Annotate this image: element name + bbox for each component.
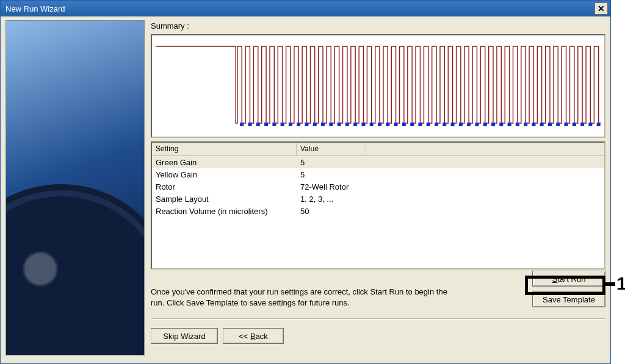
svg-rect-36 [532, 123, 535, 126]
close-icon: ✕ [598, 4, 605, 13]
col-header-spacer [366, 143, 604, 155]
svg-rect-42 [580, 123, 584, 126]
svg-rect-37 [540, 123, 544, 126]
svg-rect-0 [240, 123, 244, 126]
skip-wizard-label: Skip Wizard [163, 332, 205, 341]
svg-rect-26 [451, 123, 455, 126]
svg-rect-38 [548, 123, 552, 126]
table-header-row: Setting Value [152, 143, 604, 156]
svg-rect-24 [435, 123, 438, 126]
svg-rect-8 [305, 123, 308, 126]
cell-setting: Rotor [152, 182, 297, 191]
back-button[interactable]: << Back [223, 328, 284, 344]
divider [151, 318, 605, 319]
svg-rect-33 [508, 123, 511, 126]
window-body: Summary : Setting Value Green Gain5Yello… [1, 16, 610, 363]
svg-rect-11 [329, 123, 333, 126]
window-title: New Run Wizard [5, 4, 594, 13]
cell-value: 72-Well Rotor [297, 182, 604, 191]
svg-rect-35 [524, 123, 527, 126]
svg-rect-4 [272, 123, 276, 126]
table-row[interactable]: Reaction Volume (in microliters)50 [152, 205, 604, 217]
svg-rect-44 [597, 123, 601, 126]
save-template-label: Save Template [543, 295, 595, 304]
back-label: << Back [239, 332, 268, 341]
save-template-button[interactable]: Save Template [532, 291, 605, 307]
start-run-button[interactable]: Start Run [532, 271, 605, 287]
start-run-mnemonic: S [552, 274, 558, 284]
svg-rect-1 [248, 123, 252, 126]
svg-rect-41 [573, 123, 576, 126]
svg-rect-17 [378, 123, 381, 126]
cell-setting: Yellow Gain [152, 170, 297, 179]
svg-rect-15 [361, 123, 365, 126]
svg-rect-18 [386, 123, 389, 126]
svg-rect-10 [321, 123, 325, 126]
svg-rect-12 [338, 123, 341, 126]
annotation-dash [605, 282, 615, 286]
cell-value: 5 [297, 158, 604, 167]
svg-rect-21 [410, 123, 414, 126]
svg-rect-6 [289, 123, 292, 126]
wizard-window: New Run Wizard ✕ Summary : Setting Value… [0, 0, 611, 364]
svg-rect-39 [556, 123, 560, 126]
cell-value: 5 [297, 170, 604, 179]
cell-setting: Green Gain [152, 158, 297, 167]
svg-rect-32 [499, 123, 503, 126]
table-body: Green Gain5Yellow Gain5Rotor72-Well Roto… [152, 156, 604, 268]
svg-rect-20 [402, 123, 406, 126]
col-header-value[interactable]: Value [297, 143, 366, 155]
svg-rect-19 [394, 123, 398, 126]
svg-rect-22 [418, 123, 422, 126]
instruction-text: Once you've confirmed that your run sett… [151, 287, 456, 308]
svg-rect-43 [588, 123, 592, 126]
svg-rect-27 [459, 123, 463, 126]
svg-rect-34 [516, 123, 519, 126]
annotation-number: 1 [616, 273, 625, 294]
svg-rect-5 [281, 123, 284, 126]
svg-rect-40 [565, 123, 568, 126]
svg-rect-3 [264, 123, 268, 126]
profile-chart-panel [151, 34, 605, 138]
svg-rect-30 [483, 123, 487, 126]
wizard-sidebar-image [5, 20, 145, 355]
skip-wizard-button[interactable]: Skip Wizard [151, 328, 218, 344]
main-panel: Summary : Setting Value Green Gain5Yello… [151, 20, 605, 359]
start-run-label-rest: tart Run [557, 274, 585, 284]
svg-rect-29 [475, 123, 479, 126]
cell-setting: Sample Layout [152, 194, 297, 204]
svg-rect-28 [467, 123, 471, 126]
titlebar: New Run Wizard ✕ [1, 1, 610, 16]
table-row[interactable]: Green Gain5 [152, 156, 604, 168]
cell-setting: Reaction Volume (in microliters) [152, 207, 297, 216]
svg-rect-31 [491, 123, 495, 126]
cell-value: 1, 2, 3, ... [297, 194, 604, 204]
svg-rect-25 [443, 123, 446, 126]
settings-table: Setting Value Green Gain5Yellow Gain5Rot… [151, 141, 605, 269]
svg-rect-16 [370, 123, 374, 126]
table-row[interactable]: Rotor72-Well Rotor [152, 180, 604, 193]
svg-rect-13 [345, 123, 349, 126]
cell-value: 50 [297, 207, 604, 216]
table-row[interactable]: Yellow Gain5 [152, 168, 604, 180]
table-row[interactable]: Sample Layout1, 2, 3, ... [152, 193, 604, 205]
summary-label: Summary : [151, 21, 605, 30]
svg-rect-2 [256, 123, 260, 126]
svg-rect-23 [427, 123, 430, 126]
svg-rect-14 [353, 123, 357, 126]
svg-rect-7 [297, 123, 300, 126]
svg-rect-9 [313, 123, 317, 126]
col-header-setting[interactable]: Setting [152, 143, 297, 155]
close-button[interactable]: ✕ [594, 2, 608, 15]
profile-chart [152, 35, 604, 137]
bottom-button-row: Skip Wizard << Back [151, 328, 605, 344]
